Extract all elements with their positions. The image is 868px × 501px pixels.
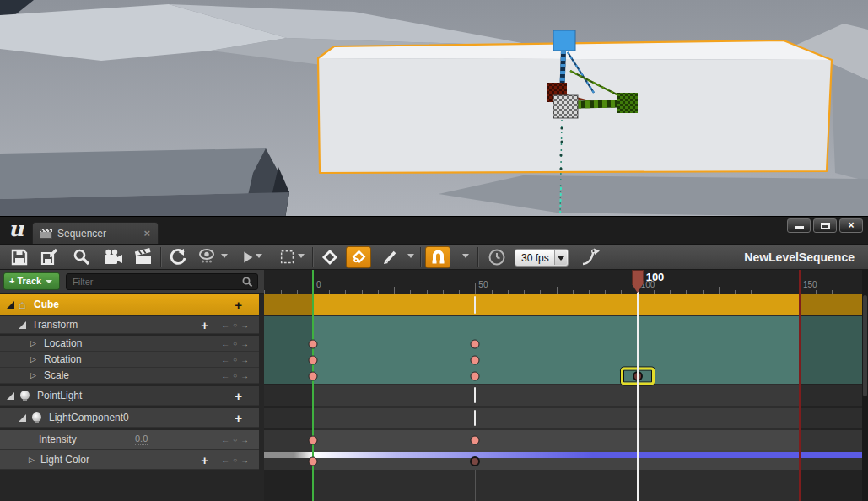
add-key-icon[interactable]: ○ bbox=[233, 356, 237, 364]
track-row-scale[interactable]: ▷ Scale ←○→ bbox=[0, 368, 259, 384]
track-row-lightcolor[interactable]: ▷ Light Color + ←○→ bbox=[0, 450, 259, 470]
edit-mode-dropdown-icon[interactable] bbox=[298, 254, 305, 258]
keyframe[interactable] bbox=[309, 457, 318, 466]
next-key-icon[interactable]: → bbox=[240, 339, 249, 348]
collapsed-arrow-icon[interactable]: ▷ bbox=[30, 355, 36, 364]
track-filters-button[interactable] bbox=[378, 246, 403, 268]
save-button[interactable] bbox=[7, 246, 32, 268]
keyframe[interactable] bbox=[309, 436, 318, 445]
add-key-channel-button[interactable]: + bbox=[201, 318, 208, 332]
browse-sequence-button[interactable] bbox=[69, 246, 94, 268]
prev-key-icon[interactable]: ← bbox=[221, 435, 229, 444]
track-row-rotation[interactable]: ▷ Rotation ←○→ bbox=[0, 352, 259, 368]
keyframe[interactable] bbox=[470, 456, 480, 466]
keyframe[interactable] bbox=[309, 356, 318, 365]
minimize-button[interactable] bbox=[787, 218, 811, 233]
transform-track-lane[interactable] bbox=[264, 316, 862, 384]
timeline-scrollbar[interactable] bbox=[862, 270, 868, 501]
keyframe[interactable] bbox=[309, 340, 318, 349]
lightcomponent-track-lane[interactable] bbox=[264, 408, 862, 428]
maximize-button[interactable] bbox=[813, 218, 837, 233]
create-camera-button[interactable] bbox=[100, 246, 125, 268]
view-options-dropdown-icon[interactable] bbox=[221, 254, 228, 258]
expand-arrow-icon[interactable] bbox=[7, 301, 14, 309]
snap-dropdown-icon[interactable] bbox=[462, 254, 469, 258]
next-key-icon[interactable]: → bbox=[240, 435, 249, 444]
timeline-ruler[interactable]: 050100150 bbox=[264, 270, 862, 294]
scrollbar-thumb[interactable] bbox=[863, 295, 867, 396]
key-tick-mark[interactable] bbox=[474, 410, 476, 426]
add-key-channel-button[interactable]: + bbox=[201, 453, 208, 467]
filter-input[interactable] bbox=[66, 273, 258, 290]
keyframe[interactable] bbox=[471, 356, 480, 365]
track-row-intensity[interactable]: Intensity 0.0 ←○→ bbox=[0, 430, 259, 450]
prev-key-icon[interactable]: ← bbox=[221, 355, 229, 364]
track-row-location[interactable]: ▷ Location ←○→ bbox=[0, 336, 259, 352]
intensity-track-lane[interactable] bbox=[264, 430, 862, 450]
add-section-button[interactable]: + bbox=[235, 411, 242, 425]
undo-button[interactable] bbox=[165, 246, 191, 268]
fps-dropdown[interactable]: 30 fps bbox=[515, 249, 569, 267]
keyframe[interactable] bbox=[309, 372, 318, 381]
next-key-icon[interactable]: → bbox=[240, 321, 249, 330]
playback-start-line[interactable] bbox=[312, 270, 314, 501]
intensity-value-field[interactable]: 0.0 bbox=[135, 434, 148, 445]
light-color-gradient-bar[interactable] bbox=[264, 452, 862, 458]
add-track-button[interactable]: +Track bbox=[3, 272, 60, 290]
add-key-icon[interactable]: ○ bbox=[233, 321, 237, 329]
save-as-button[interactable] bbox=[37, 246, 62, 268]
timeline-panel[interactable]: 050100150 100 bbox=[264, 270, 868, 501]
close-button[interactable]: × bbox=[839, 218, 863, 233]
collapsed-arrow-icon[interactable]: ▷ bbox=[29, 455, 35, 464]
fps-dropdown-arrow-icon[interactable] bbox=[554, 250, 567, 265]
add-key-icon[interactable]: ○ bbox=[233, 456, 237, 464]
collapsed-arrow-icon[interactable]: ▷ bbox=[30, 339, 36, 347]
prev-key-icon[interactable]: ← bbox=[221, 455, 229, 465]
key-tick-mark[interactable] bbox=[474, 387, 476, 403]
playback-end-line[interactable] bbox=[799, 270, 801, 501]
track-row-transform[interactable]: Transform + ←○→ bbox=[0, 316, 259, 334]
next-key-icon[interactable]: → bbox=[240, 371, 249, 380]
play-dropdown-icon[interactable] bbox=[256, 254, 262, 258]
time-display-button[interactable] bbox=[484, 246, 509, 268]
add-keyframe-button[interactable] bbox=[317, 246, 342, 268]
expand-arrow-icon[interactable] bbox=[7, 392, 14, 400]
viewport-3d[interactable] bbox=[0, 0, 868, 218]
cube-track-lane[interactable] bbox=[264, 294, 862, 315]
prev-key-icon[interactable]: ← bbox=[221, 321, 229, 330]
expand-arrow-icon[interactable] bbox=[19, 414, 26, 422]
prev-key-icon[interactable]: ← bbox=[221, 339, 229, 348]
add-section-button[interactable]: + bbox=[235, 298, 242, 312]
auto-key-button[interactable] bbox=[346, 246, 371, 268]
unreal-sequencer-window: u Sequencer × × bbox=[0, 0, 868, 501]
expand-arrow-icon[interactable] bbox=[19, 321, 26, 329]
key-tick-mark[interactable] bbox=[474, 296, 476, 314]
snap-button[interactable] bbox=[425, 246, 450, 268]
filters-dropdown-icon[interactable] bbox=[407, 254, 414, 258]
undo-icon bbox=[168, 247, 188, 267]
collapsed-arrow-icon[interactable]: ▷ bbox=[30, 371, 36, 380]
next-key-icon[interactable]: → bbox=[240, 355, 249, 364]
keyframe[interactable] bbox=[471, 372, 480, 381]
track-row-lightcomponent0[interactable]: LightComponent0 + bbox=[0, 408, 259, 428]
select-edit-mode-button[interactable] bbox=[275, 246, 300, 268]
add-section-button[interactable]: + bbox=[235, 389, 242, 403]
prev-key-icon[interactable]: ← bbox=[221, 371, 229, 380]
add-key-icon[interactable]: ○ bbox=[233, 340, 237, 347]
pointlight-track-lane[interactable] bbox=[264, 385, 862, 406]
track-row-pointlight[interactable]: PointLight + bbox=[0, 386, 259, 406]
keyframe[interactable] bbox=[471, 436, 480, 445]
next-key-icon[interactable]: → bbox=[240, 455, 249, 465]
playhead-line[interactable] bbox=[637, 292, 639, 501]
add-key-icon[interactable]: ○ bbox=[233, 372, 237, 380]
view-options-button[interactable] bbox=[195, 246, 220, 268]
add-key-icon[interactable]: ○ bbox=[233, 436, 237, 444]
tab-close-icon[interactable]: × bbox=[143, 227, 150, 240]
gizmo-z-handle[interactable] bbox=[553, 30, 575, 51]
ruler-tick bbox=[443, 290, 444, 294]
keyframe[interactable] bbox=[471, 340, 480, 349]
render-movie-button[interactable] bbox=[131, 246, 156, 268]
curve-editor-button[interactable] bbox=[579, 246, 604, 268]
track-row-cube[interactable]: ⌂ Cube + bbox=[0, 294, 259, 315]
tab-sequencer[interactable]: Sequencer × bbox=[32, 222, 159, 245]
